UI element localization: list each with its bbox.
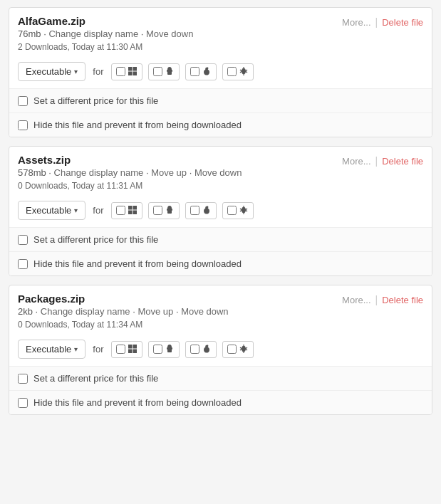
separator: |	[375, 294, 378, 305]
platform-checkbox-windows[interactable]	[116, 67, 125, 76]
move-up-link[interactable]: Move up	[151, 167, 187, 178]
file-option-row-1: Hide this file and prevent it from being…	[9, 112, 432, 137]
file-meta: 76mb · Change display name · Move down	[18, 28, 342, 39]
file-type-dropdown[interactable]: Executable▾	[18, 201, 85, 220]
option-checkbox-0[interactable]	[18, 96, 28, 106]
delete-file-link[interactable]: Delete file	[382, 156, 423, 167]
file-info: Assets.zip578mb · Change display name · …	[18, 154, 342, 178]
apple-icon	[202, 205, 212, 216]
platform-linux[interactable]	[148, 202, 180, 219]
file-info: AlfaGame.zip76mb · Change display name ·…	[18, 15, 342, 39]
option-label-1[interactable]: Hide this file and prevent it from being…	[33, 120, 242, 130]
option-label-1[interactable]: Hide this file and prevent it from being…	[33, 397, 242, 408]
platform-checkbox-android[interactable]	[227, 345, 237, 354]
platform-linux[interactable]	[148, 341, 180, 358]
platform-checkbox-apple[interactable]	[190, 206, 199, 215]
option-label-0[interactable]: Set a different price for this file	[33, 95, 158, 106]
platform-checkbox-linux[interactable]	[153, 206, 162, 215]
file-header: Packages.zip2kb · Change display name · …	[9, 285, 432, 317]
svg-rect-21	[133, 345, 137, 349]
option-label-0[interactable]: Set a different price for this file	[33, 234, 158, 245]
linux-icon	[165, 205, 175, 216]
apple-icon	[202, 344, 212, 355]
chevron-down-icon: ▾	[74, 68, 78, 75]
file-option-row-0: Set a different price for this file	[9, 88, 432, 112]
more-link[interactable]: More...	[342, 17, 370, 28]
platform-linux[interactable]	[148, 63, 180, 80]
linux-icon	[165, 66, 175, 78]
change-display-name-link[interactable]: Change display name	[54, 167, 144, 178]
option-label-1[interactable]: Hide this file and prevent it from being…	[33, 258, 242, 269]
platform-checkbox-apple[interactable]	[190, 67, 199, 76]
platform-android[interactable]	[222, 202, 254, 219]
file-size: 2kb	[18, 306, 33, 317]
file-info: Packages.zip2kb · Change display name · …	[18, 293, 342, 317]
separator: |	[375, 16, 378, 28]
change-display-name-link[interactable]: Change display name	[41, 306, 130, 317]
platform-windows[interactable]	[111, 202, 142, 219]
svg-rect-1	[133, 67, 137, 71]
platform-windows[interactable]	[111, 63, 142, 80]
platform-checkbox-android[interactable]	[227, 67, 237, 76]
file-option-row-0: Set a different price for this file	[9, 227, 432, 251]
file-size: 578mb	[18, 167, 46, 178]
svg-rect-17	[171, 209, 172, 211]
platform-checkbox-linux[interactable]	[153, 345, 162, 354]
svg-rect-20	[128, 345, 133, 349]
more-link[interactable]: More...	[342, 156, 370, 167]
file-meta: 578mb · Change display name · Move up · …	[18, 167, 342, 178]
platform-windows[interactable]	[111, 341, 142, 358]
move-down-link[interactable]: Move down	[194, 167, 242, 178]
platform-checkboxes	[111, 202, 254, 219]
file-top-actions: More...|Delete file	[342, 293, 423, 305]
platform-checkbox-windows[interactable]	[116, 206, 125, 215]
platform-checkbox-windows[interactable]	[116, 345, 125, 354]
option-checkbox-1[interactable]	[18, 259, 28, 269]
downloads-info: 0 Downloads, Today at 11:31 AM	[9, 178, 432, 196]
file-type-dropdown[interactable]: Executable▾	[18, 340, 85, 359]
move-up-link[interactable]: Move up	[138, 306, 173, 317]
file-card-2: Packages.zip2kb · Change display name · …	[9, 285, 432, 415]
downloads-info: 2 Downloads, Today at 11:30 AM	[9, 39, 432, 58]
change-display-name-link[interactable]: Change display name	[48, 28, 138, 39]
svg-rect-12	[128, 210, 133, 214]
option-checkbox-0[interactable]	[18, 235, 28, 245]
file-name: Assets.zip	[18, 154, 342, 166]
delete-file-link[interactable]: Delete file	[382, 17, 423, 28]
move-down-link[interactable]: Move down	[146, 28, 193, 39]
option-checkbox-1[interactable]	[18, 120, 28, 130]
windows-icon	[128, 205, 138, 216]
platform-apple[interactable]	[185, 63, 217, 80]
option-checkbox-1[interactable]	[18, 398, 28, 408]
platform-apple[interactable]	[185, 341, 217, 358]
file-card-0: AlfaGame.zip76mb · Change display name ·…	[9, 7, 432, 137]
file-type-dropdown[interactable]: Executable▾	[18, 62, 85, 81]
platform-android[interactable]	[222, 341, 254, 358]
downloads-info: 0 Downloads, Today at 11:34 AM	[9, 317, 432, 335]
file-option-row-1: Hide this file and prevent it from being…	[9, 390, 432, 414]
svg-rect-5	[167, 71, 172, 75]
svg-rect-16	[167, 209, 168, 211]
option-checkbox-0[interactable]	[18, 374, 28, 384]
platform-android[interactable]	[222, 63, 254, 80]
platform-checkbox-apple[interactable]	[190, 345, 199, 354]
svg-rect-6	[167, 70, 168, 72]
for-label: for	[93, 205, 103, 216]
platform-checkboxes	[111, 63, 254, 80]
files-list: AlfaGame.zip76mb · Change display name ·…	[0, 0, 441, 422]
chevron-down-icon: ▾	[74, 206, 78, 214]
option-label-0[interactable]: Set a different price for this file	[33, 373, 158, 384]
more-link[interactable]: More...	[342, 295, 370, 305]
move-down-link[interactable]: Move down	[181, 306, 228, 317]
platform-apple[interactable]	[185, 202, 217, 219]
separator: |	[375, 155, 378, 167]
platform-checkbox-android[interactable]	[227, 206, 237, 215]
file-type-label: Executable	[26, 205, 71, 216]
platform-checkbox-linux[interactable]	[153, 67, 162, 76]
svg-rect-23	[133, 349, 137, 353]
file-card-1: Assets.zip578mb · Change display name · …	[9, 146, 432, 276]
svg-rect-7	[171, 70, 172, 72]
delete-file-link[interactable]: Delete file	[382, 295, 423, 305]
for-label: for	[93, 344, 103, 355]
svg-rect-3	[133, 71, 137, 75]
